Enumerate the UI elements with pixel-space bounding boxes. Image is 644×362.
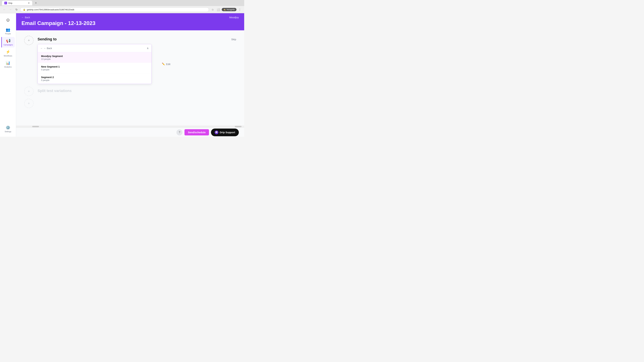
segment-count-0: 13 people <box>41 58 148 60</box>
sidebar-workflows-label: Workflows <box>4 55 12 57</box>
send-schedule-button[interactable]: Send/schedule <box>184 129 209 135</box>
section-header: Sending to Skip <box>38 37 236 41</box>
segment-count-1: 0 people <box>41 68 148 71</box>
sidebar-campaigns-label: Campaigns <box>4 44 13 46</box>
app-layout: ☺ 👥 People 📢 Campaigns ⚡ Workflows 📊 Ana… <box>0 13 244 137</box>
sending-to-section: Sending to Skip ← <box>38 37 236 84</box>
url-text: getdrip.com/7641396/broadcasts/318674615… <box>27 8 74 11</box>
horizontal-scrollbar[interactable] <box>16 125 244 128</box>
sidebar: ☺ 👥 People 📢 Campaigns ⚡ Workflows 📊 Ana… <box>0 13 16 137</box>
sidebar-item-analytics[interactable]: 📊 Analytics <box>1 59 15 69</box>
plus-icon: + <box>28 38 30 42</box>
tab-title: Drip <box>8 2 12 4</box>
page-header: ← Back Moodjoy Email Campaign - 12-13-20… <box>16 13 244 30</box>
forward-nav-button[interactable]: → <box>8 7 13 12</box>
edit-button[interactable]: ✏️ Edit <box>160 62 172 66</box>
bookmark-button[interactable]: ☆ <box>210 7 215 12</box>
step-3-circle[interactable]: + <box>24 99 34 108</box>
sidebar-item-campaigns[interactable]: 📢 Campaigns <box>1 37 15 47</box>
sidebar-item-people[interactable]: 👥 People <box>1 26 15 36</box>
dropdown-back-text: ← Back <box>44 47 52 50</box>
step-2-content: Split test variations <box>38 87 72 93</box>
step-1-content: Sending to Skip ← <box>38 36 236 84</box>
sidebar-analytics-label: Analytics <box>4 66 12 68</box>
back-nav-button[interactable]: ← <box>2 7 7 12</box>
address-bar[interactable]: 🔒 getdrip.com/7641396/broadcasts/3186746… <box>20 7 209 12</box>
pencil-icon: ✏️ <box>162 62 165 65</box>
browser-toolbar: ← → ↻ 🔒 getdrip.com/7641396/broadcasts/3… <box>0 6 244 13</box>
browser-chrome: D Drip ✕ + ← → ↻ 🔒 getdrip.com/7641396/b… <box>0 0 244 13</box>
step-2-circle[interactable]: + <box>24 87 34 96</box>
segment-name-2: Segment 2 <box>41 76 148 79</box>
menu-button[interactable]: ⋮ <box>238 7 242 12</box>
browser-titlebar: D Drip ✕ + <box>0 0 244 6</box>
sidebar-item-settings[interactable]: ⚙️ Settings <box>1 124 15 134</box>
tab-close-button[interactable]: ✕ <box>28 2 30 4</box>
back-arrow-icon-2: ← <box>40 47 43 50</box>
main-content: ← Back Moodjoy Email Campaign - 12-13-20… <box>16 13 244 137</box>
edit-label: Edit <box>166 63 170 65</box>
bottom-bar: ? Send/schedule 💬 Drip Support <box>16 128 244 137</box>
chevron-up-icon: ∧ <box>147 46 149 50</box>
scrollbar-thumb <box>32 126 39 127</box>
settings-icon: ⚙️ <box>6 125 10 130</box>
window-button[interactable]: ⬜ <box>216 7 221 12</box>
step-3-row: + <box>24 99 236 108</box>
tab-favicon: D <box>4 2 7 4</box>
skip-link[interactable]: Skip <box>231 38 236 41</box>
dropdown-back-link[interactable]: ← ← Back <box>40 47 147 50</box>
browser-actions: ☆ ⬜ 🕵 Incognito ⋮ <box>210 7 242 12</box>
company-name: Moodjoy <box>229 16 239 19</box>
segment-count-2: 0 people <box>41 79 148 81</box>
people-icon: 👥 <box>6 28 10 32</box>
workflows-icon: ⚡ <box>6 50 10 54</box>
browser-tab[interactable]: D Drip ✕ <box>2 1 32 5</box>
reload-button[interactable]: ↻ <box>14 7 19 12</box>
app-logo[interactable]: ☺ <box>4 16 12 24</box>
step-3-plus-icon: + <box>28 101 30 106</box>
content-area: + Sending to Skip <box>16 30 244 137</box>
section-title: Sending to <box>38 37 57 41</box>
dropdown-trigger[interactable]: ← ← Back ∧ <box>38 44 152 52</box>
split-test-label: Split test variations <box>38 87 72 93</box>
sidebar-settings-label: Settings <box>5 131 12 133</box>
new-tab-button[interactable]: + <box>34 1 38 5</box>
dropdown-item-moodjoy-segment[interactable]: Moodjoy Segment 13 people <box>38 52 152 63</box>
page-header-top: ← Back Moodjoy <box>22 16 239 19</box>
campaigns-icon: 📢 <box>6 39 10 43</box>
drip-support-label: Drip Support <box>220 131 235 134</box>
dropdown-item-segment-2[interactable]: Segment 2 0 people <box>38 73 152 84</box>
dropdown-item-new-segment-1[interactable]: New Segment 1 0 people <box>38 63 152 73</box>
incognito-label: Incognito <box>226 8 235 11</box>
help-icon: ? <box>179 131 180 134</box>
incognito-icon: 🕵 <box>224 8 226 11</box>
page-title: Email Campaign - 12-13-2023 <box>22 20 239 28</box>
header-back-link[interactable]: ← Back <box>22 16 30 19</box>
segment-name-0: Moodjoy Segment <box>41 55 148 57</box>
lock-icon: 🔒 <box>23 8 26 11</box>
help-button[interactable]: ? <box>176 129 182 135</box>
step-2-plus-icon: + <box>28 89 30 93</box>
steps-area: + Sending to Skip <box>16 30 244 113</box>
incognito-badge: 🕵 Incognito <box>222 8 236 11</box>
sidebar-item-workflows[interactable]: ⚡ Workflows <box>1 48 15 58</box>
sidebar-people-label: People <box>5 33 11 35</box>
step-1-circle[interactable]: + <box>24 36 34 45</box>
segment-dropdown[interactable]: ← ← Back ∧ Moodjoy Segment <box>38 44 152 84</box>
analytics-icon: 📊 <box>6 61 10 65</box>
segment-name-1: New Segment 1 <box>41 65 148 68</box>
step-1-row: + Sending to Skip <box>24 36 236 84</box>
drip-support-icon: 💬 <box>215 131 218 134</box>
scrollbar-thumb-right <box>235 126 242 127</box>
dropdown-items: Moodjoy Segment 13 people New Segment 1 … <box>38 52 152 84</box>
step-2-row: + Split test variations <box>24 87 236 96</box>
back-label-text: Back <box>25 16 30 19</box>
drip-support-button[interactable]: 💬 Drip Support <box>211 129 239 136</box>
back-arrow-icon: ← <box>22 16 24 19</box>
